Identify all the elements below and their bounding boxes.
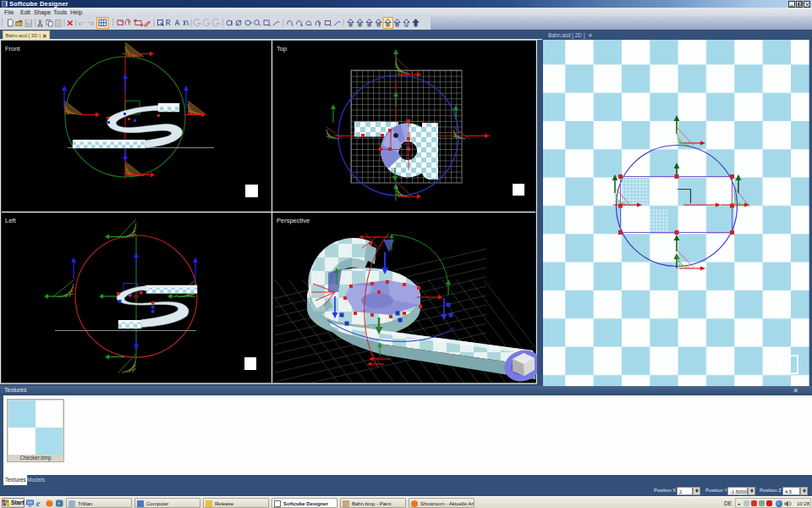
svg-text:Left: Left [5,217,16,224]
svg-text:2: 2 [359,21,361,26]
svg-text:1: 1 [349,21,352,26]
svg-text:5: 5 [387,21,389,26]
svg-text:3: 3 [368,21,370,26]
svg-text:Front: Front [5,45,20,52]
svg-text:6: 6 [396,21,398,26]
svg-text:e: e [36,500,41,507]
svg-text:Top: Top [277,45,287,52]
svg-text:Perspective: Perspective [277,217,310,224]
